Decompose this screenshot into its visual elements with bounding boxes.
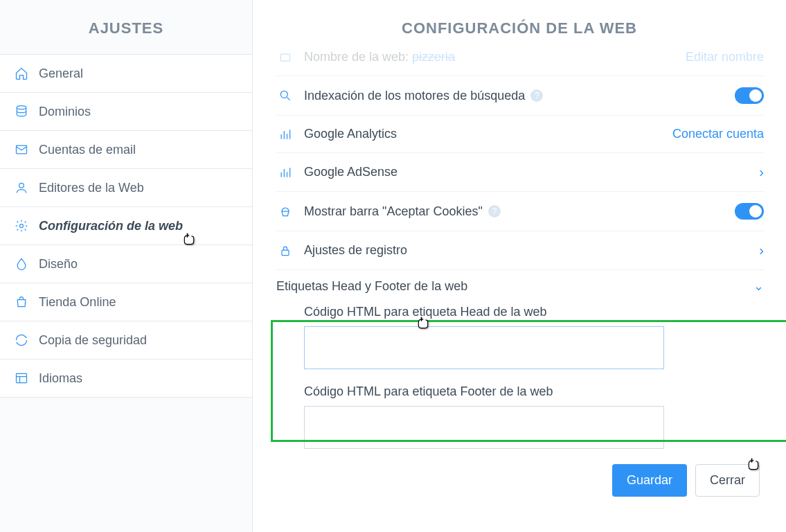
sidebar-item-editores[interactable]: Editores de la Web [0, 169, 252, 207]
sidebar-item-configuracion[interactable]: Configuración de la web [0, 207, 252, 245]
sidebar-item-label: Diseño [39, 257, 78, 272]
indexing-label: Indexación de los motores de búsqueda [304, 89, 525, 103]
sidebar-item-label: General [39, 66, 83, 81]
chevron-right-icon[interactable]: › [759, 164, 764, 180]
footer-code-label: Código HTML para etiqueta Footer de la w… [304, 384, 760, 399]
svg-point-0 [17, 106, 26, 109]
settings-list: Nombre de la web: pizzeria Editar nombre… [276, 39, 786, 497]
sidebar-item-label: Copia de seguridad [39, 333, 147, 348]
chevron-right-icon[interactable]: › [759, 242, 764, 258]
site-name-value: pizzeria [412, 50, 455, 64]
user-icon [14, 180, 29, 195]
head-code-input[interactable] [304, 326, 664, 369]
sidebar-item-label: Cuentas de email [39, 143, 136, 157]
sidebar-item-email[interactable]: Cuentas de email [0, 131, 252, 169]
svg-point-6 [280, 91, 287, 98]
sidebar-item-label: Editores de la Web [39, 181, 144, 195]
refresh-icon [14, 332, 29, 348]
sidebar-item-label: Configuración de la web [39, 219, 183, 233]
database-icon [14, 104, 29, 119]
chevron-down-icon[interactable]: ⌄ [753, 278, 764, 294]
indexing-toggle[interactable] [735, 87, 764, 104]
lock-icon [276, 244, 294, 258]
head-footer-form: Código HTML para etiqueta Head de la web… [276, 305, 764, 452]
sidebar-item-tienda[interactable]: Tienda Online [0, 283, 252, 321]
registro-label: Ajustes de registro [304, 243, 407, 258]
cookies-toggle[interactable] [735, 203, 764, 220]
row-google-analytics[interactable]: Google Analytics Conectar cuenta [276, 116, 764, 153]
drop-icon [14, 256, 29, 272]
stats-icon [276, 166, 294, 179]
headfooter-label: Etiquetas Head y Footer de la web [276, 279, 467, 294]
sidebar: AJUSTES General Dominios Cuentas de emai… [0, 0, 253, 532]
sidebar-item-label: Dominios [39, 105, 91, 119]
help-icon[interactable]: ? [488, 205, 501, 218]
ga-label: Google Analytics [304, 127, 397, 141]
help-icon[interactable]: ? [530, 89, 543, 102]
svg-rect-4 [17, 373, 27, 382]
save-button[interactable]: Guardar [612, 464, 687, 497]
svg-point-3 [20, 224, 24, 228]
svg-rect-7 [282, 250, 289, 256]
row-head-footer[interactable]: Etiquetas Head y Footer de la web ⌄ [276, 270, 764, 301]
footer-code-input[interactable] [304, 406, 664, 449]
sidebar-item-diseno[interactable]: Diseño [0, 245, 252, 283]
bag-icon [14, 294, 29, 310]
sidebar-item-backup[interactable]: Copia de seguridad [0, 321, 252, 360]
layout-icon [14, 371, 29, 386]
svg-rect-5 [280, 54, 289, 61]
home-icon [14, 66, 29, 81]
tag-icon [276, 51, 294, 64]
stats-icon [276, 127, 294, 141]
row-registro[interactable]: Ajustes de registro › [276, 231, 764, 270]
row-cookies[interactable]: Mostrar barra "Aceptar Cookies" ? [276, 192, 764, 231]
row-indexing[interactable]: Indexación de los motores de búsqueda ? [276, 76, 764, 116]
edit-name-link[interactable]: Editar nombre [686, 50, 764, 64]
site-name-label: Nombre de la web: [304, 50, 409, 64]
connect-account-link[interactable]: Conectar cuenta [672, 127, 764, 141]
sidebar-item-label: Idiomas [39, 371, 82, 386]
close-button[interactable]: Cerrar [695, 464, 760, 497]
row-site-name[interactable]: Nombre de la web: pizzeria Editar nombre [276, 39, 764, 76]
mail-icon [14, 142, 29, 157]
sidebar-item-label: Tienda Online [39, 295, 116, 310]
adsense-label: Google AdSense [304, 165, 398, 179]
svg-rect-1 [17, 145, 27, 154]
gear-icon [14, 218, 29, 233]
row-google-adsense[interactable]: Google AdSense › [276, 153, 764, 192]
sidebar-item-idiomas[interactable]: Idiomas [0, 360, 252, 398]
search-icon [276, 89, 294, 103]
button-row: Guardar Cerrar [276, 464, 760, 497]
svg-point-2 [19, 183, 24, 188]
head-code-label: Código HTML para etiqueta Head de la web [304, 305, 760, 319]
cookies-label: Mostrar barra "Aceptar Cookies" [304, 204, 483, 219]
cupcake-icon [276, 204, 294, 218]
sidebar-item-general[interactable]: General [0, 55, 252, 93]
sidebar-title: AJUSTES [0, 0, 252, 55]
main-panel: CONFIGURACIÓN DE LA WEB Nombre de la web… [253, 0, 786, 532]
sidebar-item-dominios[interactable]: Dominios [0, 93, 252, 131]
